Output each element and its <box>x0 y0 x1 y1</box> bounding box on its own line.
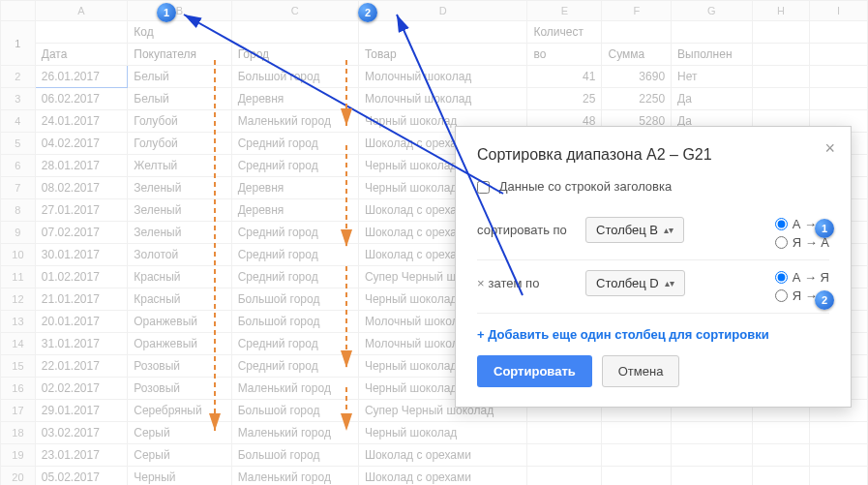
cell-G20[interactable] <box>672 467 753 486</box>
header-cell[interactable] <box>35 21 127 44</box>
cell-C9[interactable]: Средний город <box>231 222 358 244</box>
cell-A4[interactable]: 24.01.2017 <box>35 110 127 133</box>
sort-column-1-dropdown[interactable]: Столбец B ▴▾ <box>585 217 684 243</box>
col-header-I[interactable]: I <box>810 1 868 21</box>
row-header-19[interactable]: 19 <box>1 444 36 467</box>
cell-A12[interactable]: 21.01.2017 <box>35 288 127 311</box>
row-header-15[interactable]: 15 <box>1 355 36 378</box>
cell-B9[interactable]: Зеленый <box>128 222 231 244</box>
cell-A6[interactable]: 28.01.2017 <box>35 155 127 177</box>
cell-G19[interactable] <box>672 444 753 467</box>
cell-B4[interactable]: Голубой <box>128 110 231 133</box>
cell-A11[interactable]: 01.02.2017 <box>35 266 127 288</box>
cell-A3[interactable]: 06.02.2017 <box>35 88 127 110</box>
cell-E2[interactable]: 41 <box>527 66 602 88</box>
cell-I20[interactable] <box>810 467 868 486</box>
row-header-8[interactable]: 8 <box>1 199 36 222</box>
cell-E19[interactable] <box>527 444 602 467</box>
col-header-E[interactable]: E <box>527 1 602 21</box>
cell-H3[interactable] <box>752 88 810 110</box>
row-header-10[interactable]: 10 <box>1 244 36 266</box>
cell-A15[interactable]: 22.01.2017 <box>35 355 127 378</box>
sort-button[interactable]: Сортировать <box>477 355 592 387</box>
cell-E18[interactable] <box>527 422 602 444</box>
cell-I3[interactable] <box>810 88 868 110</box>
cell-B7[interactable]: Зеленый <box>128 177 231 199</box>
cell-B5[interactable]: Голубой <box>128 133 231 155</box>
row-header-5[interactable]: 5 <box>1 133 36 155</box>
cell-C17[interactable]: Большой город <box>231 400 358 422</box>
cell-B10[interactable]: Золотой <box>128 244 231 266</box>
row-header-2[interactable]: 2 <box>1 66 36 88</box>
cell-F19[interactable] <box>602 444 672 467</box>
cell-C8[interactable]: Деревня <box>231 199 358 222</box>
cell-C4[interactable]: Маленький город <box>231 110 358 133</box>
cell-C16[interactable]: Маленький город <box>231 378 358 400</box>
cell-B14[interactable]: Оранжевый <box>128 333 231 355</box>
row-header-7[interactable]: 7 <box>1 177 36 199</box>
col-header-A[interactable]: A <box>35 1 127 21</box>
cell-C13[interactable]: Большой город <box>231 311 358 333</box>
cell-B8[interactable]: Зеленый <box>128 199 231 222</box>
header-cell[interactable] <box>810 21 868 44</box>
header-cell[interactable] <box>752 44 810 66</box>
cancel-button[interactable]: Отмена <box>602 355 680 387</box>
header-row-checkbox[interactable]: Данные со строкой заголовка <box>477 179 672 194</box>
header-cell[interactable] <box>672 21 753 44</box>
cell-A18[interactable]: 03.02.2017 <box>35 422 127 444</box>
cell-C14[interactable]: Средний город <box>231 333 358 355</box>
cell-D18[interactable]: Черный шоколад <box>358 422 527 444</box>
cell-A20[interactable]: 05.02.2017 <box>35 467 127 486</box>
cell-B17[interactable]: Серебряный <box>128 400 231 422</box>
header-cell[interactable]: во <box>527 44 602 66</box>
cell-A14[interactable]: 31.01.2017 <box>35 333 127 355</box>
cell-B18[interactable]: Серый <box>128 422 231 444</box>
col-header-B[interactable]: B <box>128 1 231 21</box>
cell-D19[interactable]: Шоколад с орехами <box>358 444 527 467</box>
cell-B13[interactable]: Оранжевый <box>128 311 231 333</box>
sort-column-2-dropdown[interactable]: Столбец D ▴▾ <box>585 270 685 296</box>
cell-A16[interactable]: 02.02.2017 <box>35 378 127 400</box>
header-cell[interactable]: Товар <box>358 44 527 66</box>
cell-F20[interactable] <box>602 467 672 486</box>
col-header-G[interactable]: G <box>672 1 753 21</box>
cell-G3[interactable]: Да <box>672 88 753 110</box>
cell-B15[interactable]: Розовый <box>128 355 231 378</box>
cell-I2[interactable] <box>810 66 868 88</box>
header-cell[interactable]: Выполнен <box>672 44 753 66</box>
row-header-17[interactable]: 17 <box>1 400 36 422</box>
cell-A19[interactable]: 23.01.2017 <box>35 444 127 467</box>
header-cell[interactable]: Сумма <box>602 44 672 66</box>
cell-A8[interactable]: 27.01.2017 <box>35 199 127 222</box>
cell-B16[interactable]: Розовый <box>128 378 231 400</box>
cell-A10[interactable]: 30.01.2017 <box>35 244 127 266</box>
cell-H19[interactable] <box>752 444 810 467</box>
header-cell[interactable] <box>752 21 810 44</box>
row-header-6[interactable]: 6 <box>1 155 36 177</box>
cell-F2[interactable]: 3690 <box>602 66 672 88</box>
row-header-16[interactable]: 16 <box>1 378 36 400</box>
col-header-C[interactable]: C <box>231 1 358 21</box>
cell-H2[interactable] <box>752 66 810 88</box>
cell-A7[interactable]: 08.02.2017 <box>35 177 127 199</box>
cell-B12[interactable]: Красный <box>128 288 231 311</box>
header-cell[interactable] <box>810 44 868 66</box>
header-cell[interactable]: Покупателя <box>128 44 231 66</box>
cell-C7[interactable]: Деревня <box>231 177 358 199</box>
cell-I19[interactable] <box>810 444 868 467</box>
cell-C20[interactable]: Маленький город <box>231 467 358 486</box>
header-row-input[interactable] <box>477 181 490 194</box>
cell-E3[interactable]: 25 <box>527 88 602 110</box>
header-cell[interactable] <box>602 21 672 44</box>
cell-H18[interactable] <box>752 422 810 444</box>
row-header-1[interactable]: 1 <box>1 21 36 66</box>
header-cell[interactable] <box>358 21 527 44</box>
cell-F3[interactable]: 2250 <box>602 88 672 110</box>
cell-A9[interactable]: 07.02.2017 <box>35 222 127 244</box>
row-header-18[interactable]: 18 <box>1 422 36 444</box>
add-sort-column-link[interactable]: + Добавить еще один столбец для сортиров… <box>477 327 829 342</box>
row-header-13[interactable]: 13 <box>1 311 36 333</box>
cell-A13[interactable]: 20.01.2017 <box>35 311 127 333</box>
cell-A17[interactable]: 29.01.2017 <box>35 400 127 422</box>
header-cell[interactable]: Код <box>128 21 231 44</box>
